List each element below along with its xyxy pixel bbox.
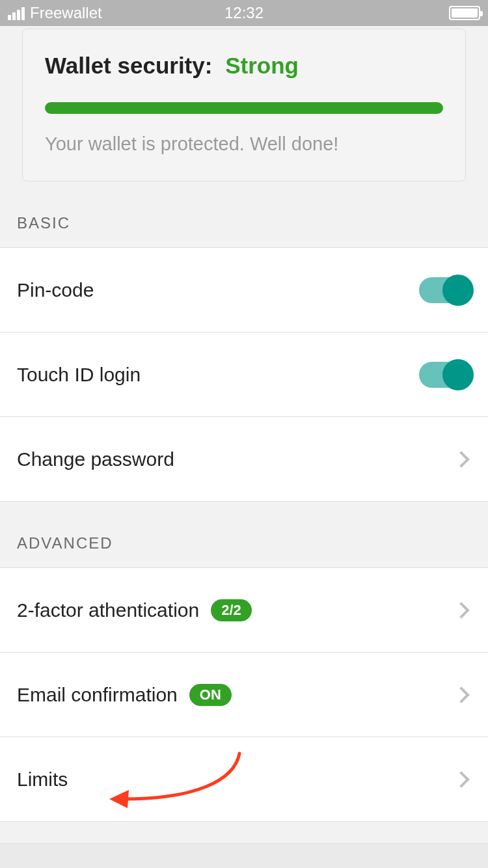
clock: 12:32	[224, 4, 264, 22]
battery-icon	[449, 6, 480, 20]
carrier-label: Freewallet	[30, 4, 102, 22]
security-subtitle: Your wallet is protected. Well done!	[45, 133, 443, 155]
email-confirmation-badge: ON	[189, 684, 232, 706]
row-touch-id[interactable]: Touch ID login	[0, 332, 488, 417]
row-label: Touch ID login	[17, 364, 141, 386]
row-label: Pin-code	[17, 279, 94, 301]
row-change-password[interactable]: Change password	[0, 416, 488, 502]
security-progress-bar	[45, 102, 443, 114]
chevron-right-icon	[453, 771, 469, 787]
security-status: Strong	[225, 53, 299, 78]
row-label: Limits	[17, 768, 68, 791]
row-label: Email confirmation	[17, 684, 178, 706]
two-factor-badge: 2/2	[211, 599, 252, 621]
row-limits[interactable]: Limits	[0, 737, 488, 822]
touch-id-toggle[interactable]	[419, 362, 471, 388]
security-title: Wallet security:	[45, 53, 212, 78]
row-label: 2-factor athentication	[17, 599, 199, 621]
row-label: Change password	[17, 448, 174, 470]
section-header-basic: BASIC	[0, 182, 488, 248]
section-header-advanced: ADVANCED	[0, 502, 488, 568]
status-bar: Freewallet 12:32	[0, 0, 488, 26]
signal-icon	[8, 6, 25, 20]
status-left: Freewallet	[8, 4, 102, 22]
row-pin-code[interactable]: Pin-code	[0, 247, 488, 332]
pin-code-toggle[interactable]	[419, 277, 471, 303]
security-title-row: Wallet security: Strong	[45, 53, 443, 79]
chevron-right-icon	[453, 686, 469, 703]
chevron-right-icon	[453, 451, 469, 467]
chevron-right-icon	[453, 602, 469, 618]
bottom-bar	[0, 843, 488, 868]
row-email-confirmation[interactable]: Email confirmation ON	[0, 652, 488, 737]
security-card: Wallet security: Strong Your wallet is p…	[22, 29, 466, 182]
row-two-factor[interactable]: 2-factor athentication 2/2	[0, 567, 488, 653]
